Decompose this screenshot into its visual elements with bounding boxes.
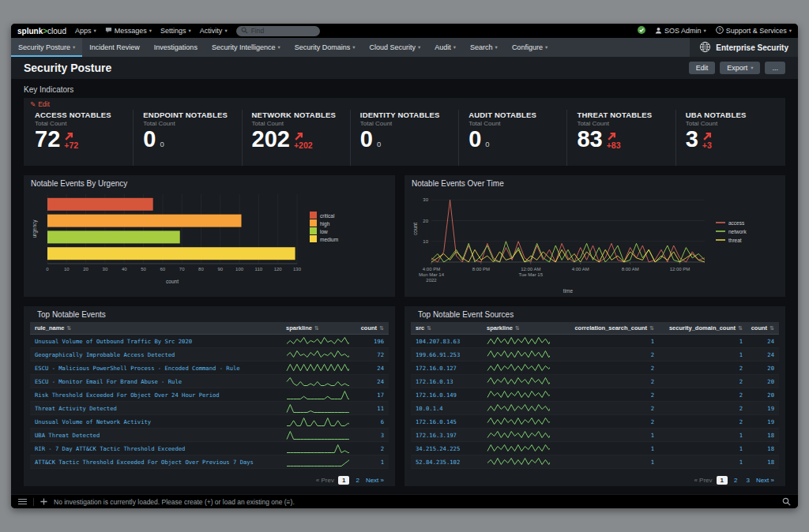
tab-audit[interactable]: Audit▾ [427,38,463,57]
kpi-access-notables[interactable]: ACCESS NOTABLESTotal Count72+72 [25,110,133,166]
src-cell[interactable]: 52.84.235.102 [411,459,482,466]
count-cell[interactable]: 24 [747,338,779,345]
count-cell[interactable]: 18 [747,432,779,439]
kpi-endpoint-notables[interactable]: ENDPOINT NOTABLESTotal Count00 [133,110,241,166]
count-cell[interactable]: 72 [354,351,389,358]
app-identity[interactable]: Enterprise Security [690,38,798,57]
rule_name-cell[interactable]: Unusual Volume of Outbound Traffic By Sr… [30,338,281,345]
table-row[interactable]: UBA Threat Detected3 [30,429,389,442]
investigation-list-icon[interactable] [18,498,27,505]
count-cell[interactable]: 20 [747,365,779,372]
table-row[interactable]: Risk Threshold Exceeded For Object Over … [30,388,389,402]
correlation_search_count-cell[interactable]: 2 [555,365,659,372]
current-page[interactable]: 1 [717,476,728,485]
kpi-uba-notables[interactable]: UBA NOTABLESTotal Count3+3 [675,110,784,166]
count-cell[interactable]: 24 [354,378,389,385]
security_domain_count-cell[interactable]: 2 [659,392,747,399]
table-row[interactable]: 172.16.3.1971118 [411,429,779,442]
security_domain_count-cell[interactable]: 2 [659,405,747,412]
correlation_search_count-cell[interactable]: 2 [555,392,659,399]
security_domain_count-cell[interactable]: 2 [659,365,747,372]
user-menu[interactable]: SOS Admin▾ [655,27,706,36]
rule_name-cell[interactable]: Threat Activity Detected [30,405,281,412]
table-row[interactable]: 172.16.0.1452219 [411,415,779,429]
kpi-network-notables[interactable]: NETWORK NOTABLESTotal Count202+202 [242,110,350,166]
rule_name-cell[interactable]: RIR - 7 Day ATT&CK Tactic Threshold Exce… [30,445,281,452]
correlation_search_count-cell[interactable]: 1 [555,432,659,439]
edit-button[interactable]: Edit [689,62,716,74]
src-cell[interactable]: 10.0.1.4 [411,405,482,412]
page-button[interactable]: 3 [743,476,751,485]
table-row[interactable]: Unusual Volume of Network Activity6 [30,415,389,429]
correlation_search_count-cell[interactable]: 1 [555,459,659,466]
security_domain_count-cell[interactable]: 1 [659,445,747,452]
count-cell[interactable]: 19 [747,418,779,425]
menu-apps[interactable]: Apps▾ [75,27,96,35]
magnifier-icon[interactable] [782,497,791,506]
correlation_search_count-cell[interactable]: 2 [555,351,659,358]
find-search-box[interactable] [236,26,320,36]
security_domain_count-cell[interactable]: 2 [659,378,747,385]
table-row[interactable]: ATT&CK Tactic Threshold Exceeded For Obj… [30,455,389,469]
column-header-correlation-search-count[interactable]: correlation_search_count⇅ [555,324,659,332]
column-header-sparkline[interactable]: sparkline⇅ [482,324,555,332]
rule_name-cell[interactable]: UBA Threat Detected [30,432,281,439]
src-cell[interactable]: 104.207.83.63 [411,338,482,345]
tab-cloud-security[interactable]: Cloud Security▾ [363,38,428,57]
correlation_search_count-cell[interactable]: 2 [555,418,659,425]
rule_name-cell[interactable]: ESCU - Monitor Email For Brand Abuse - R… [30,378,281,385]
security_domain_count-cell[interactable]: 1 [659,459,747,466]
table-row[interactable]: Unusual Volume of Outbound Traffic By Sr… [30,335,389,348]
add-investigation-icon[interactable] [40,498,47,505]
count-cell[interactable]: 24 [354,365,389,372]
tab-search[interactable]: Search▾ [463,38,505,57]
kpi-audit-notables[interactable]: AUDIT NOTABLESTotal Count00 [458,110,566,166]
table-row[interactable]: ESCU - Monitor Email For Brand Abuse - R… [30,375,389,388]
count-cell[interactable]: 20 [747,378,779,385]
count-cell[interactable]: 6 [354,418,389,425]
column-header-security-domain-count[interactable]: security_domain_count⇅ [659,324,747,332]
count-cell[interactable]: 2 [354,445,389,452]
find-input[interactable] [251,27,315,35]
count-cell[interactable]: 17 [354,392,389,399]
count-cell[interactable]: 1 [354,459,389,466]
correlation_search_count-cell[interactable]: 2 [555,378,659,385]
tab-security-intelligence[interactable]: Security Intelligence▾ [205,38,288,57]
table-row[interactable]: Geographically Improbable Access Detecte… [30,348,389,362]
src-cell[interactable]: 172.16.3.197 [411,432,482,439]
security_domain_count-cell[interactable]: 1 [659,432,747,439]
table-row[interactable]: 52.84.235.1021118 [411,455,779,469]
tab-investigations[interactable]: Investigations [147,38,205,57]
table-row[interactable]: 10.0.1.42219 [411,402,779,415]
kpi-edit-link[interactable]: ✎ Edit [30,100,50,108]
table-row[interactable]: RIR - 7 Day ATT&CK Tactic Threshold Exce… [30,442,389,455]
count-cell[interactable]: 196 [354,338,389,345]
security_domain_count-cell[interactable]: 1 [659,338,747,345]
security_domain_count-cell[interactable]: 2 [659,418,747,425]
support-menu[interactable]: ? Support & Services▾ [716,26,792,36]
count-cell[interactable]: 19 [747,405,779,412]
column-header-rule-name[interactable]: rule_name⇅ [30,324,281,332]
table-row[interactable]: 172.16.0.132220 [411,375,779,388]
count-cell[interactable]: 3 [354,432,389,439]
table-row[interactable]: 199.66.91.2532124 [411,348,779,362]
menu-messages[interactable]: Messages▾ [105,27,152,36]
next-page-button[interactable]: Next » [756,477,774,484]
rule_name-cell[interactable]: Unusual Volume of Network Activity [30,418,281,425]
src-cell[interactable]: 199.66.91.253 [411,351,482,358]
count-cell[interactable]: 18 [747,459,779,466]
column-header-src[interactable]: src⇅ [411,324,482,332]
prev-page-button[interactable]: « Prev [694,477,712,484]
menu-settings[interactable]: Settings▾ [160,27,191,35]
table-row[interactable]: 172.16.0.1272220 [411,362,779,375]
count-cell[interactable]: 20 [747,392,779,399]
table-row[interactable]: 172.16.0.1492220 [411,388,779,402]
src-cell[interactable]: 34.215.24.225 [411,445,482,452]
correlation_search_count-cell[interactable]: 1 [555,338,659,345]
src-cell[interactable]: 172.16.0.13 [411,378,482,385]
kpi-threat-notables[interactable]: THREAT NOTABLESTotal Count83+83 [566,110,675,166]
src-cell[interactable]: 172.16.0.145 [411,418,482,425]
column-header-count[interactable]: count⇅ [354,324,389,332]
count-cell[interactable]: 24 [747,351,779,358]
count-cell[interactable]: 18 [747,445,779,452]
